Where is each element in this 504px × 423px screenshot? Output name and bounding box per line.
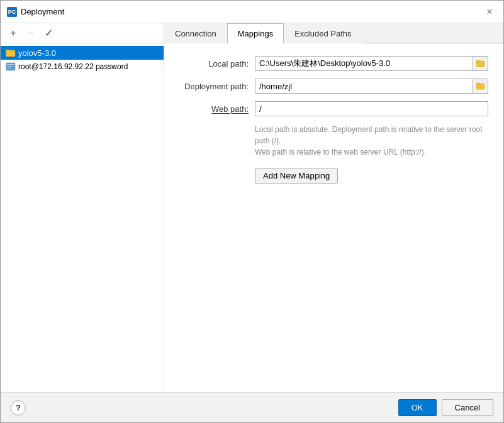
tab-mappings[interactable]: Mappings [227, 23, 284, 43]
close-button[interactable]: × [482, 4, 497, 19]
local-path-input-wrapper [255, 56, 488, 71]
tree-item-server-label: root@172.16.92.92:22 password [18, 62, 128, 71]
svg-rect-1 [6, 50, 9, 52]
deployment-path-input[interactable] [255, 79, 473, 94]
tree-item-yolov5[interactable]: yolov5-3.0 [1, 46, 164, 60]
sftp-icon [6, 62, 16, 72]
hint-text: Local path is absolute. Deployment path … [255, 124, 488, 158]
remove-server-button[interactable]: − [23, 26, 38, 41]
right-panel: Connection Mappings Excluded Paths Local… [164, 23, 503, 392]
main-content: + − ✓ yolov5-3.0 [1, 23, 503, 392]
sidebar: + − ✓ yolov5-3.0 [1, 23, 164, 392]
deployment-path-row: Deployment path: [179, 79, 488, 94]
folder-icon [6, 48, 16, 58]
svg-rect-7 [476, 60, 479, 62]
web-path-row: Web path: [179, 101, 488, 116]
add-server-button[interactable]: + [6, 26, 21, 41]
dialog-buttons: OK Cancel [398, 399, 493, 416]
local-path-input[interactable] [255, 56, 473, 71]
tree-item-server[interactable]: root@172.16.92.92:22 password [1, 60, 164, 74]
local-path-label: Local path: [179, 59, 255, 69]
mappings-panel: Local path: Deployment path: [164, 43, 503, 392]
hint-line-2: Web path is relative to the web server U… [255, 146, 488, 158]
local-path-row: Local path: [179, 56, 488, 71]
svg-rect-4 [7, 66, 12, 67]
help-button[interactable]: ? [11, 400, 26, 415]
hint-line-1: Local path is absolute. Deployment path … [255, 124, 488, 146]
web-path-input[interactable] [255, 101, 488, 116]
svg-rect-9 [476, 83, 479, 85]
cancel-button[interactable]: Cancel [442, 399, 493, 416]
local-path-browse-button[interactable] [473, 56, 488, 71]
confirm-button[interactable]: ✓ [41, 26, 56, 41]
server-tree: yolov5-3.0 root@172.16.92.92:22 password [1, 43, 164, 392]
sidebar-toolbar: + − ✓ [1, 23, 164, 43]
web-path-input-wrapper [255, 101, 488, 116]
tabs-bar: Connection Mappings Excluded Paths [164, 23, 503, 43]
svg-rect-5 [7, 68, 10, 69]
deployment-path-label: Deployment path: [179, 82, 255, 91]
app-icon: PC [7, 7, 17, 17]
svg-rect-3 [7, 64, 14, 65]
deployment-path-input-wrapper [255, 79, 488, 94]
tab-connection[interactable]: Connection [164, 23, 227, 43]
tree-item-label: yolov5-3.0 [18, 48, 56, 58]
dialog-title: Deployment [21, 7, 482, 16]
tab-excluded-paths[interactable]: Excluded Paths [284, 23, 362, 43]
bottom-bar: ? OK Cancel [1, 392, 503, 422]
web-path-label: Web path: [179, 104, 255, 114]
add-new-mapping-button[interactable]: Add New Mapping [255, 168, 338, 184]
ok-button[interactable]: OK [398, 399, 437, 416]
deployment-dialog: PC Deployment × + − ✓ yol [0, 0, 504, 423]
deployment-path-browse-button[interactable] [473, 79, 488, 94]
title-bar: PC Deployment × [1, 1, 503, 23]
